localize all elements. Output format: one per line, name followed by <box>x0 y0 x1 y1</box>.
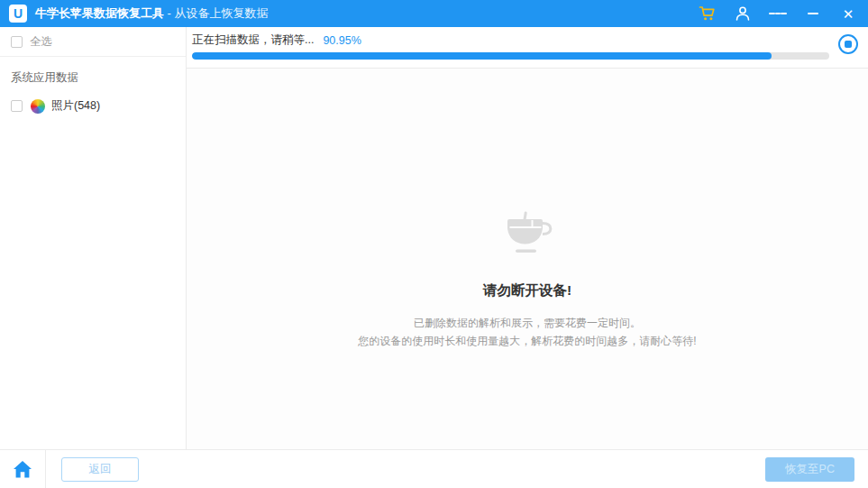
app-subtitle: - 从设备上恢复数据 <box>164 6 269 20</box>
app-title: 牛学长苹果数据恢复工具 <box>35 6 164 20</box>
select-all-label: 全选 <box>30 34 52 50</box>
progress-bar <box>192 52 829 60</box>
wait-description-line2: 您的设备的使用时长和使用量越大，解析花费的时间越多，请耐心等待! <box>358 332 696 350</box>
sidebar-item-photos[interactable]: 照片(548) <box>0 98 186 114</box>
progress-fill <box>192 52 772 60</box>
select-all-checkbox[interactable] <box>11 36 23 48</box>
main-panel: 正在扫描数据，请稍等... 90.95% <box>187 27 868 449</box>
home-icon <box>14 461 32 478</box>
progress-status-text: 正在扫描数据，请稍等... <box>192 32 314 48</box>
wait-message-area: 请勿断开设备! 已删除数据的解析和展示，需要花费一定时间。 您的设备的使用时长和… <box>187 69 868 449</box>
back-button[interactable]: 返回 <box>61 457 139 482</box>
footer-bar: 返回 恢复至PC <box>0 449 868 488</box>
sidebar: 全选 系统应用数据 照片(548) <box>0 27 187 449</box>
photos-checkbox[interactable] <box>11 100 23 112</box>
stop-icon <box>845 41 852 48</box>
recover-to-pc-button[interactable]: 恢复至PC <box>765 457 854 482</box>
do-not-disconnect-heading: 请勿断开设备! <box>483 281 571 300</box>
app-logo-icon: U <box>9 5 27 23</box>
user-account-icon[interactable] <box>734 5 752 23</box>
stop-scan-button[interactable] <box>838 34 858 54</box>
progress-labels: 正在扫描数据，请稍等... 90.95% <box>192 32 829 48</box>
menu-icon[interactable] <box>769 5 787 23</box>
window-title: 牛学长苹果数据恢复工具 - 从设备上恢复数据 <box>35 5 269 22</box>
progress-percent: 90.95% <box>323 34 361 47</box>
scan-progress-section: 正在扫描数据，请稍等... 90.95% <box>187 27 868 69</box>
sidebar-item-label: 照片(548) <box>51 98 100 114</box>
sidebar-section-title: 系统应用数据 <box>11 70 186 86</box>
minimize-icon[interactable] <box>804 5 822 23</box>
footer-divider <box>45 450 46 488</box>
app-body: 全选 系统应用数据 照片(548) 正在扫描数据，请稍等... 90.95% <box>0 27 868 449</box>
coffee-cup-icon <box>502 211 553 254</box>
titlebar: U 牛学长苹果数据恢复工具 - 从设备上恢复数据 <box>0 0 868 27</box>
cart-icon[interactable] <box>699 5 717 23</box>
app-window: U 牛学长苹果数据恢复工具 - 从设备上恢复数据 <box>0 0 868 488</box>
close-icon[interactable]: ✕ <box>839 5 857 23</box>
select-all-row[interactable]: 全选 <box>0 27 186 57</box>
titlebar-actions: ✕ <box>699 5 857 23</box>
photos-icon <box>31 99 45 114</box>
wait-description: 已删除数据的解析和展示，需要花费一定时间。 您的设备的使用时长和使用量越大，解析… <box>358 314 696 350</box>
home-button[interactable] <box>13 459 32 479</box>
wait-description-line1: 已删除数据的解析和展示，需要花费一定时间。 <box>358 314 696 332</box>
